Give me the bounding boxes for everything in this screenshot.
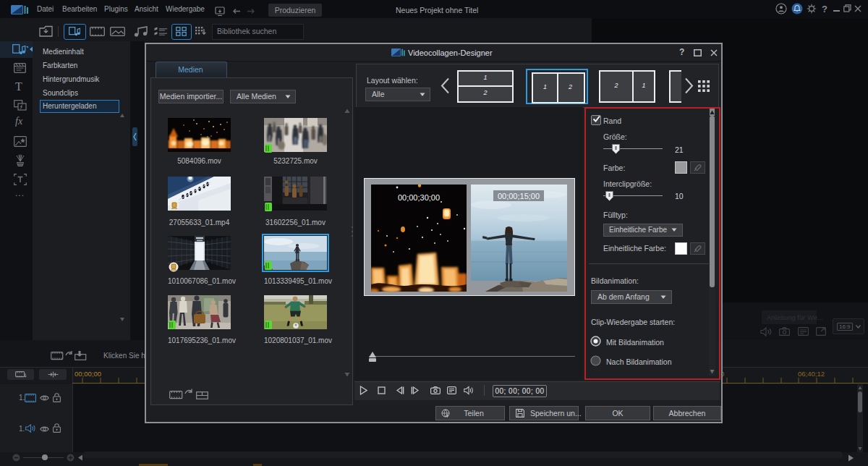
svg-text:00;00;30;00: 00;00;30;00: [398, 193, 440, 202]
svg-text:00;00;15;00: 00;00;15;00: [498, 192, 540, 200]
